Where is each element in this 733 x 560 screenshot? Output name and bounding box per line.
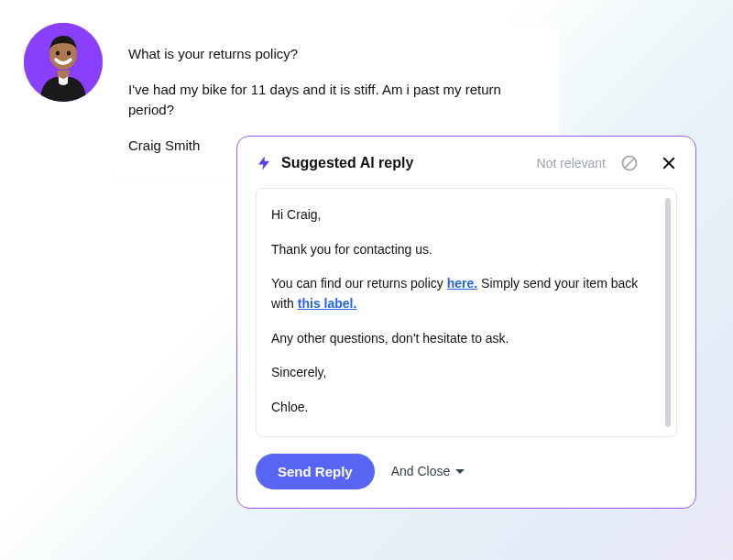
avatar bbox=[24, 23, 103, 102]
returns-policy-link[interactable]: here. bbox=[447, 276, 477, 291]
reply-header: Suggested AI reply Not relevant bbox=[256, 153, 677, 173]
not-relevant-icon[interactable] bbox=[620, 154, 639, 172]
not-relevant-label: Not relevant bbox=[537, 156, 606, 170]
message-line: I've had my bike for 11 days and it is s… bbox=[128, 80, 541, 121]
return-label-link[interactable]: this label. bbox=[298, 296, 357, 311]
message-line: What is your returns policy? bbox=[128, 44, 541, 65]
close-icon[interactable] bbox=[661, 155, 677, 171]
send-reply-button[interactable]: Send Reply bbox=[256, 454, 375, 489]
svg-line-5 bbox=[625, 159, 634, 168]
reply-line: Any other questions, don't hesitate to a… bbox=[271, 329, 660, 349]
reply-closing: Sincerely, bbox=[271, 363, 660, 383]
reply-greeting: Hi Craig, bbox=[271, 205, 660, 225]
reply-line: You can find our returns policy here. Si… bbox=[271, 274, 660, 313]
reply-signature: Chloe. bbox=[271, 398, 660, 418]
bolt-icon bbox=[256, 153, 272, 173]
reply-title: Suggested AI reply bbox=[281, 155, 528, 171]
svg-point-3 bbox=[67, 51, 71, 56]
and-close-dropdown[interactable]: And Close bbox=[391, 464, 465, 478]
reply-line: Thank you for contacting us. bbox=[271, 240, 660, 260]
suggested-reply-panel: Suggested AI reply Not relevant Hi Craig… bbox=[236, 136, 696, 509]
scrollbar-thumb[interactable] bbox=[665, 198, 671, 427]
svg-point-2 bbox=[56, 51, 60, 56]
reply-body[interactable]: Hi Craig, Thank you for contacting us. Y… bbox=[256, 188, 677, 437]
reply-footer: Send Reply And Close bbox=[256, 454, 677, 489]
chevron-down-icon bbox=[455, 469, 465, 474]
